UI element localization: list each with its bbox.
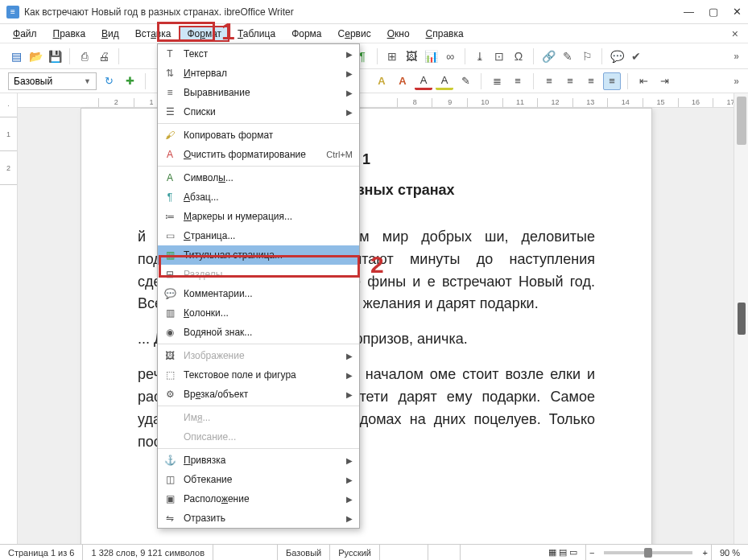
indent-dec-icon[interactable]: ⇤ xyxy=(634,72,652,90)
style-value: Базовый xyxy=(14,76,52,87)
bold-icon[interactable]: A xyxy=(373,72,391,90)
image-insert-icon[interactable]: 🖼 xyxy=(403,48,419,64)
comment-icon[interactable]: 💬 xyxy=(609,48,625,64)
menu-clear-format[interactable]: AОчистить форматированиеCtrl+M xyxy=(158,145,359,164)
sections-icon: ⊟ xyxy=(163,267,177,282)
num-list-icon[interactable]: ≡ xyxy=(509,72,527,90)
menu-arrange[interactable]: ▣Расположение▶ xyxy=(158,489,359,509)
print-icon[interactable]: 🖨 xyxy=(96,48,112,64)
menu-window[interactable]: Окно xyxy=(379,26,418,42)
paragraph-style-select[interactable]: Базовый ▼ xyxy=(8,72,97,90)
para-icon: ¶ xyxy=(163,190,177,204)
menu-view[interactable]: Вид xyxy=(93,26,127,42)
list-icon: ☰ xyxy=(163,105,177,119)
new-style-icon[interactable]: ✚ xyxy=(121,72,138,90)
menu-lists[interactable]: ☰Списки▶ xyxy=(158,102,359,121)
menu-flip[interactable]: ⇋Отразить▶ xyxy=(158,509,359,528)
menu-comments[interactable]: 💬Комментарии... xyxy=(158,284,359,303)
maximize-button[interactable]: ▢ xyxy=(709,6,718,18)
bullet-list-icon[interactable]: ≣ xyxy=(488,72,506,90)
align-right-icon[interactable]: ≡ xyxy=(582,72,600,90)
marker-icon[interactable]: ✎ xyxy=(457,72,474,90)
close-doc-button[interactable]: × xyxy=(727,27,743,40)
horizontal-ruler[interactable]: 21 8910 111213 141516 17 xyxy=(18,93,748,108)
wrap-icon: ◫ xyxy=(163,472,177,487)
vertical-ruler[interactable]: · 12 xyxy=(0,93,18,547)
menu-edit[interactable]: Правка xyxy=(45,26,94,42)
bookmark-icon[interactable]: ⚐ xyxy=(579,48,595,64)
close-button[interactable]: ✕ xyxy=(733,6,742,18)
text-icon: T xyxy=(163,47,177,61)
special-char-icon[interactable]: Ω xyxy=(510,48,527,64)
menu-character[interactable]: AСимволы... xyxy=(158,168,359,187)
align-center-icon[interactable]: ≡ xyxy=(561,72,579,90)
status-words[interactable]: 1 328 слов, 9 121 символов xyxy=(83,545,213,560)
open-icon[interactable]: 📂 xyxy=(27,48,43,64)
zoom-knob[interactable] xyxy=(644,548,652,558)
status-style[interactable]: Базовый xyxy=(278,545,330,560)
status-lang[interactable]: Русский xyxy=(330,545,380,560)
window-title: Как встречают Новый год в разных странах… xyxy=(24,6,684,18)
highlight-icon[interactable]: A xyxy=(415,72,432,90)
menu-text-box[interactable]: ⬚Текстовое поле и фигура▶ xyxy=(158,365,359,385)
zoom-out-icon[interactable]: − xyxy=(586,548,597,558)
new-icon[interactable]: ▤ xyxy=(8,48,24,64)
submenu-arrow-icon: ▶ xyxy=(346,69,353,78)
page-break-icon[interactable]: ⤓ xyxy=(472,48,488,64)
indent-inc-icon[interactable]: ⇥ xyxy=(655,72,673,90)
align-justify-icon[interactable]: ≡ xyxy=(603,72,621,90)
submenu-arrow-icon: ▶ xyxy=(346,371,353,380)
menu-alignment[interactable]: ≡Выравнивание▶ xyxy=(158,83,359,102)
char-bg-icon[interactable]: A xyxy=(436,72,453,90)
update-style-icon[interactable]: ↻ xyxy=(100,72,118,90)
zoom-slider[interactable] xyxy=(604,551,692,554)
menu-frame[interactable]: ⚙Врезка/объект▶ xyxy=(158,385,359,404)
menu-help[interactable]: Справка xyxy=(418,26,472,42)
menu-bullets[interactable]: ≔Маркеры и нумерация... xyxy=(158,207,359,226)
menu-spacing[interactable]: ⇅Интервал▶ xyxy=(158,64,359,83)
submenu-arrow-icon: ▶ xyxy=(346,50,353,59)
columns-icon: ▥ xyxy=(163,306,177,320)
menu-page[interactable]: ▭Страница... xyxy=(158,226,359,245)
zoom-in-icon[interactable]: + xyxy=(699,548,710,558)
status-page[interactable]: Страница 1 из 6 xyxy=(0,545,83,560)
hyperlink-icon[interactable]: 🔗 xyxy=(540,48,556,64)
zoom-value[interactable]: 90 % xyxy=(711,545,748,560)
export-pdf-icon[interactable]: ⎙ xyxy=(76,48,93,64)
toolbar-overflow[interactable]: » xyxy=(734,51,740,62)
footnote-icon[interactable]: ✎ xyxy=(560,48,576,64)
menu-file[interactable]: Файл xyxy=(5,26,45,42)
table-icon[interactable]: ⊞ xyxy=(384,48,400,64)
menu-watermark[interactable]: ◉Водяной знак... xyxy=(158,323,359,342)
toolbar2-overflow[interactable]: » xyxy=(734,76,740,87)
align-left-icon[interactable]: ≡ xyxy=(540,72,558,90)
chart-icon[interactable]: 📊 xyxy=(423,48,439,64)
arrange-icon: ▣ xyxy=(163,492,177,506)
menu-form[interactable]: Форма xyxy=(283,26,329,42)
menu-paragraph[interactable]: ¶Абзац... xyxy=(158,187,359,207)
menu-anchor[interactable]: ⚓Привязка▶ xyxy=(158,451,359,470)
link-icon[interactable]: ∞ xyxy=(442,48,458,64)
menu-table[interactable]: Таблица xyxy=(229,26,283,42)
menu-wrap[interactable]: ◫Обтекание▶ xyxy=(158,470,359,489)
menu-insert[interactable]: Вставка xyxy=(127,26,180,42)
track-changes-icon[interactable]: ✔ xyxy=(628,48,644,64)
format-menu-dropdown: TТекст▶ ⇅Интервал▶ ≡Выравнивание▶ ☰Списк… xyxy=(157,43,360,529)
nav-thumb[interactable] xyxy=(738,303,746,335)
save-icon[interactable]: 💾 xyxy=(47,48,63,64)
vertical-scrollbar[interactable] xyxy=(734,93,748,544)
menu-name: Имя... xyxy=(158,408,359,427)
menu-title-page[interactable]: ▥Титульная страница... xyxy=(158,245,359,265)
view-mode-icons[interactable]: ▦ ▤ ▭ xyxy=(540,545,586,560)
submenu-arrow-icon: ▶ xyxy=(346,514,353,523)
field-icon[interactable]: ⊡ xyxy=(491,48,507,64)
menu-text[interactable]: TТекст▶ xyxy=(158,44,359,64)
frame-icon: ⚙ xyxy=(163,387,177,401)
menu-tools[interactable]: Сервис xyxy=(330,26,379,42)
font-color-icon[interactable]: A xyxy=(394,72,411,90)
menu-clone-format[interactable]: 🖌Копировать формат xyxy=(158,126,359,145)
status-insert[interactable] xyxy=(428,545,461,560)
minimize-button[interactable]: — xyxy=(684,6,694,18)
menu-columns[interactable]: ▥Колонки... xyxy=(158,303,359,323)
scrollbar-thumb[interactable] xyxy=(737,97,746,145)
